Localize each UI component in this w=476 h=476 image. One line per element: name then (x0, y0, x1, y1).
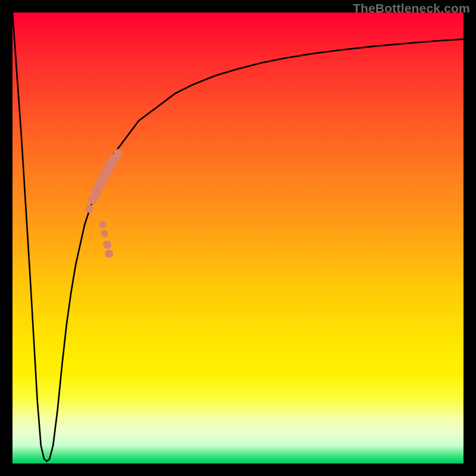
bottleneck-curve-path (12, 12, 464, 461)
highlight-marker (101, 230, 108, 237)
highlight-marker (103, 240, 111, 249)
chart-frame: TheBottleneck.com (0, 0, 476, 476)
watermark-text: TheBottleneck.com (353, 1, 470, 15)
highlight-marker (85, 205, 93, 213)
plot-area (12, 12, 464, 464)
highlight-cluster (85, 149, 123, 258)
curve-layer (12, 12, 464, 464)
highlight-marker (114, 149, 122, 158)
highlight-marker (99, 221, 107, 228)
highlight-marker (105, 250, 113, 258)
